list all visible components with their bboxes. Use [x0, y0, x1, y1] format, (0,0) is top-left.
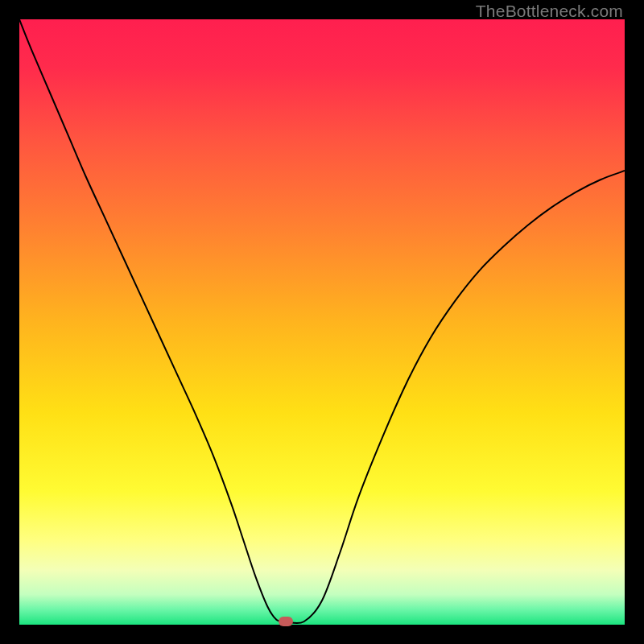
optimum-marker: [279, 617, 293, 626]
bottleneck-chart: [19, 19, 625, 625]
watermark-text: TheBottleneck.com: [476, 2, 623, 21]
chart-frame: [19, 19, 625, 625]
gradient-background: [19, 19, 625, 625]
